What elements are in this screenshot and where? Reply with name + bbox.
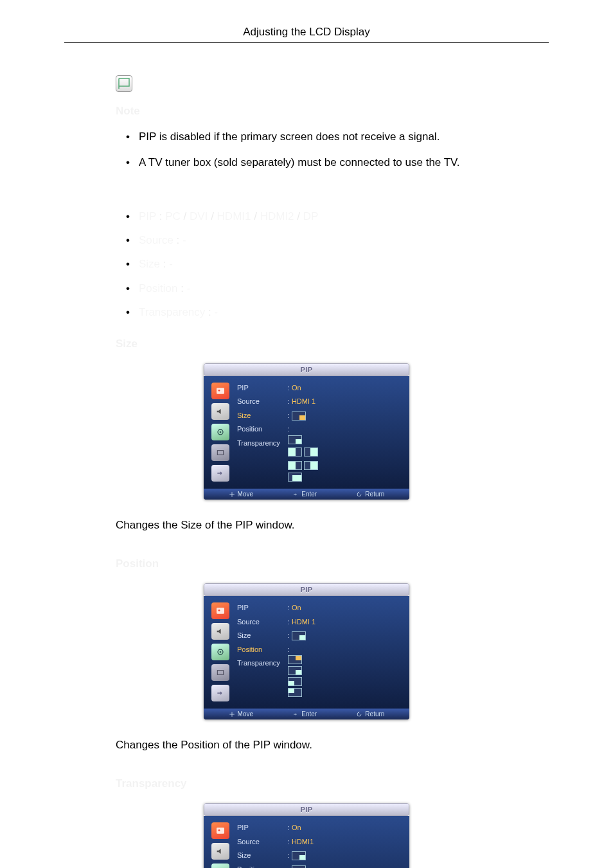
osd-value-size: : [288, 410, 318, 422]
multi-icon [211, 664, 229, 681]
osd-label-transparency: Transparency [237, 658, 280, 669]
osd-panel-transparency: PIP PIP Source Size Position Transparenc [204, 803, 409, 868]
picture-icon [211, 383, 229, 399]
osd-label-size: Size [237, 850, 280, 862]
osd-value-position: : [288, 864, 330, 868]
osd-label-source: Source [237, 836, 280, 848]
position-heading: Position [116, 557, 497, 570]
osd-value-size: : [288, 850, 330, 862]
ghost-line: Transparency : - [116, 300, 497, 324]
page-title: Adjusting the LCD Display [243, 26, 369, 38]
return-hint: Return [356, 491, 384, 498]
svg-rect-10 [217, 827, 224, 833]
return-hint: Return [356, 710, 384, 718]
osd-label-source: Source [237, 396, 280, 408]
note-heading: Note [116, 105, 497, 118]
settings-icon [211, 644, 229, 660]
note-item: A TV tuner box (sold separately) must be… [126, 152, 497, 173]
osd-label-transparency: Transparency [237, 438, 280, 449]
osd-sidebar [211, 822, 229, 868]
svg-rect-5 [217, 608, 224, 613]
sound-icon [211, 623, 229, 640]
ghost-line: Size : - [116, 252, 497, 276]
svg-rect-4 [217, 450, 223, 455]
svg-point-1 [218, 390, 220, 392]
move-hint: Move [229, 491, 253, 498]
settings-icon [211, 424, 229, 440]
osd-title: PIP [204, 583, 409, 596]
size-desc: Changes the Size of the PIP window. [116, 519, 497, 532]
enter-hint: Enter [292, 491, 317, 498]
move-hint: Move [229, 710, 253, 718]
osd-sidebar [211, 602, 229, 701]
page-header: Adjusting the LCD Display [64, 26, 549, 43]
osd-value-pip: :On [288, 822, 330, 834]
enter-hint: Enter [292, 710, 317, 718]
ghost-spec-list: PIP : PC / DVI / HDMI1 / HDMI2 / DP Sour… [116, 204, 497, 325]
svg-rect-9 [217, 671, 223, 675]
svg-point-8 [220, 651, 222, 653]
osd-label-pip: PIP [237, 383, 280, 394]
osd-label-pip: PIP [237, 822, 280, 834]
svg-point-11 [218, 829, 220, 831]
svg-point-3 [220, 431, 222, 433]
osd-label-position: Position [237, 864, 280, 868]
osd-value-pip: :On [288, 383, 318, 394]
svg-rect-0 [217, 388, 224, 393]
osd-value-size: : [288, 630, 315, 642]
sound-icon [211, 403, 229, 420]
note-icon [116, 75, 132, 92]
position-desc: Changes the Position of the PIP window. [116, 739, 497, 752]
osd-value-source: :HDMI 1 [288, 617, 315, 628]
transparency-heading: Transparency [116, 777, 497, 790]
picture-icon [211, 822, 229, 839]
ghost-line: Source : - [116, 228, 497, 252]
osd-panel-size: PIP PIP Source Size Position Transparenc [204, 363, 409, 500]
osd-value-source: :HDMI 1 [288, 396, 318, 408]
size-heading: Size [116, 338, 497, 350]
osd-value-position: : [288, 644, 315, 698]
osd-footer: Move Enter Return [204, 489, 409, 500]
osd-panel-position: PIP PIP Source Size Position Transparenc [204, 583, 409, 719]
osd-title: PIP [204, 803, 409, 816]
note-block: Note PIP is disabled if the primary scre… [116, 75, 497, 179]
settings-icon [211, 863, 229, 868]
osd-label-size: Size [237, 630, 280, 642]
ghost-line: Position : - [116, 276, 497, 300]
picture-icon [211, 602, 229, 619]
osd-sidebar [211, 383, 229, 482]
osd-title: PIP [204, 363, 409, 376]
osd-value-position: : [288, 424, 318, 482]
ghost-line: PIP : PC / DVI / HDMI1 / HDMI2 / DP [116, 204, 497, 228]
osd-label-position: Position [237, 424, 280, 435]
note-list: PIP is disabled if the primary screen do… [116, 127, 497, 179]
sound-icon [211, 843, 229, 860]
osd-label-pip: PIP [237, 602, 280, 614]
osd-label-position: Position [237, 644, 280, 656]
osd-value-source: :HDMI1 [288, 836, 330, 848]
osd-footer: Move Enter Return [204, 709, 409, 719]
osd-value-pip: :On [288, 602, 315, 614]
multi-icon [211, 444, 229, 461]
osd-label-source: Source [237, 617, 280, 628]
input-icon [211, 465, 229, 482]
note-item: PIP is disabled if the primary screen do… [126, 127, 497, 147]
input-icon [211, 685, 229, 701]
svg-point-6 [218, 610, 220, 611]
osd-label-size: Size [237, 410, 280, 422]
